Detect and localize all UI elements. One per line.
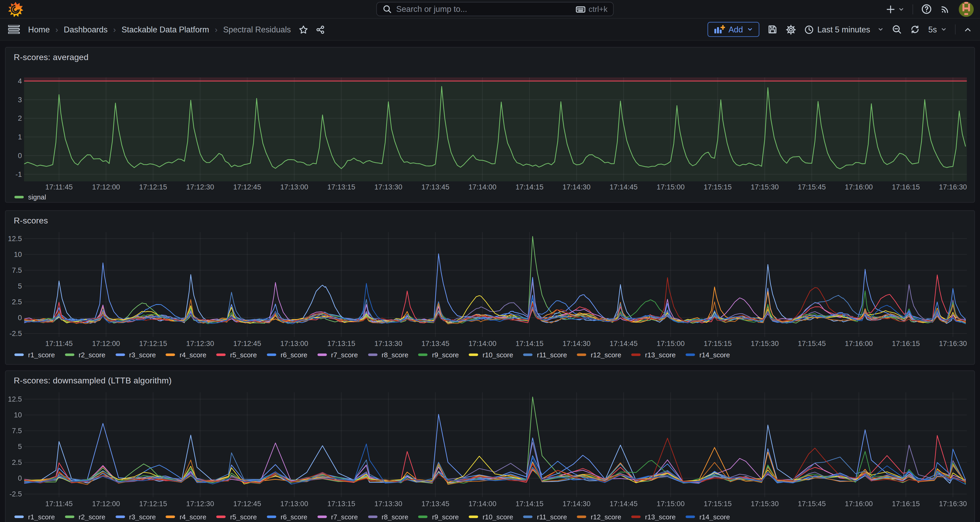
menu-icon[interactable] [8,25,21,34]
y-axis-tick-label: -2.5 [10,329,22,338]
zoom-out-icon[interactable] [892,24,902,35]
legend-label: r2_score [79,351,105,358]
x-axis-tick-label: 17:14:30 [563,183,590,191]
x-axis-tick-label: 17:12:15 [139,183,167,191]
legend-item-r7_score[interactable]: r7_score [317,513,358,520]
x-axis-tick-label: 17:12:00 [92,339,120,348]
x-axis-tick-label: 17:12:00 [92,500,120,508]
legend-item-r1_score[interactable]: r1_score [14,513,55,520]
time-series-chart[interactable]: 17:11:4517:12:0017:12:1517:12:3017:12:45… [6,211,974,364]
legend-item-r11_score[interactable]: r11_score [523,351,567,358]
breadcrumb-current: Spectral Residuals [223,25,291,34]
star-icon[interactable] [299,25,309,34]
legend-item-r8_score[interactable]: r8_score [368,513,408,520]
gear-icon[interactable] [786,24,796,35]
y-axis-tick-label: 5 [18,282,22,290]
y-axis-tick-label: 7.5 [12,426,22,435]
legend-item-r12_score[interactable]: r12_score [577,351,621,358]
refresh-icon[interactable] [910,24,920,35]
avatar[interactable] [959,2,974,17]
legend-label: r4_score [180,351,206,358]
search-input[interactable]: Search or jump to... ctrl+k [376,2,614,16]
breadcrumb-dashboards[interactable]: Dashboards [64,25,107,34]
legend-item-r7_score[interactable]: r7_score [317,351,358,358]
navbar-actions [886,0,974,18]
x-axis-tick-label: 17:15:30 [751,339,779,348]
new-menu-button[interactable] [886,4,904,14]
refresh-interval-picker[interactable]: 5s [928,25,947,34]
legend-item-r6_score[interactable]: r6_score [267,513,307,520]
legend-item-r13_score[interactable]: r13_score [631,513,675,520]
y-axis-tick-label: 3 [18,96,22,104]
save-icon[interactable] [767,24,777,35]
legend-item-r10_score[interactable]: r10_score [469,513,513,520]
legend-item-r8_score[interactable]: r8_score [368,351,408,358]
help-icon[interactable] [921,4,932,14]
legend-swatch [631,353,641,356]
legend-item-r9_score[interactable]: r9_score [418,351,459,358]
chevron-down-icon [898,6,904,13]
breadcrumb-separator: › [56,25,58,34]
chevron-up-icon[interactable] [964,25,972,34]
x-axis-tick-label: 17:14:15 [515,500,543,508]
y-axis-tick-label: -2.5 [10,490,22,498]
x-axis-tick-label: 17:13:45 [422,339,449,348]
legend-item-r1_score[interactable]: r1_score [14,351,55,358]
legend-label: r1_score [28,513,55,520]
x-axis-tick-label: 17:16:00 [845,183,873,191]
time-series-chart[interactable]: 17:11:4517:12:0017:12:1517:12:3017:12:45… [6,371,974,522]
x-axis-tick-label: 17:12:00 [92,183,120,191]
legend-swatch [418,353,428,356]
legend-swatch [686,353,695,356]
breadcrumb-folder[interactable]: Stackable Data Platform [122,25,209,34]
legend-label: r11_score [537,351,567,358]
x-axis-tick-label: 17:14:00 [469,339,496,348]
y-axis-tick-label: 12.5 [8,235,22,243]
time-series-chart[interactable]: 17:11:4517:12:0017:12:1517:12:3017:12:45… [6,48,974,202]
breadcrumb-home[interactable]: Home [28,25,50,34]
share-icon[interactable] [316,25,325,34]
legend-swatch [631,516,641,518]
legend-label: r13_score [645,513,676,520]
grafana-logo-icon[interactable] [7,1,24,18]
x-axis-tick-label: 17:16:00 [845,339,873,348]
x-axis-tick-label: 17:16:15 [892,183,920,191]
refresh-interval-label: 5s [928,25,937,34]
legend-item-r5_score[interactable]: r5_score [216,513,257,520]
legend-item-r5_score[interactable]: r5_score [216,351,257,358]
legend-item-r2_score[interactable]: r2_score [65,351,105,358]
x-axis-tick-label: 17:14:15 [515,183,543,191]
series-line [24,425,966,483]
legend-item-signal[interactable]: signal [14,193,46,201]
legend-swatch [577,516,587,518]
legend-item-r2_score[interactable]: r2_score [65,513,105,520]
legend-swatch [418,516,428,518]
y-axis-tick-label: 2.5 [12,298,22,306]
legend-item-r10_score[interactable]: r10_score [469,351,513,358]
legend-item-r14_score[interactable]: r14_score [686,513,730,520]
legend-swatch [317,353,327,356]
legend-swatch [317,516,327,518]
grafana-app: Search or jump to... ctrl+k [0,0,980,522]
legend-item-r13_score[interactable]: r13_score [631,351,675,358]
legend-item-r9_score[interactable]: r9_score [418,513,459,520]
x-axis-tick-label: 17:16:15 [892,339,920,348]
legend-item-r12_score[interactable]: r12_score [577,513,621,520]
legend-item-r4_score[interactable]: r4_score [166,351,206,358]
legend-item-r6_score[interactable]: r6_score [267,351,307,358]
news-icon[interactable] [940,4,951,14]
x-axis-tick-label: 17:15:45 [798,500,826,508]
legend-swatch [65,516,74,518]
x-axis-tick-label: 17:14:15 [515,339,543,348]
time-range-picker[interactable]: Last 5 minutes [804,25,884,34]
legend-item-r11_score[interactable]: r11_score [523,513,567,520]
legend-item-r3_score[interactable]: r3_score [115,351,156,358]
x-axis-tick-label: 17:12:45 [233,500,261,508]
legend-item-r3_score[interactable]: r3_score [115,513,156,520]
clock-icon [804,25,814,34]
legend-item-r14_score[interactable]: r14_score [686,351,730,358]
legend-swatch [267,353,277,356]
add-panel-button[interactable]: Add [707,22,759,37]
legend-item-r4_score[interactable]: r4_score [166,513,206,520]
x-axis-tick-label: 17:13:00 [280,500,308,508]
